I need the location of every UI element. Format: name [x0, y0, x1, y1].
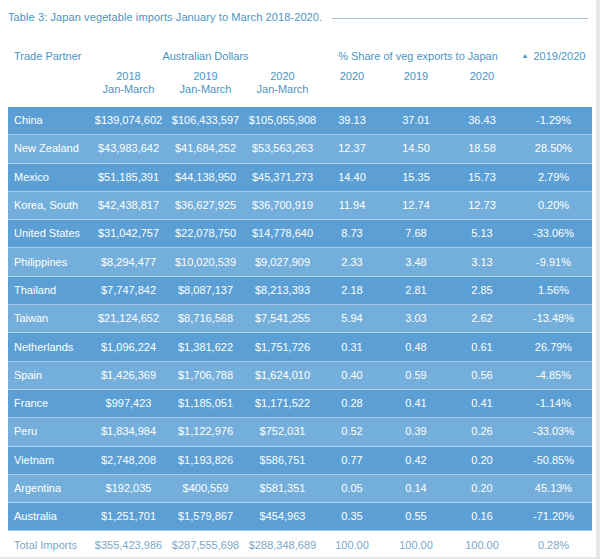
- table-row: Australia $1,251,701 $1,579,867 $454,963…: [8, 503, 592, 531]
- year-label: 2019: [167, 70, 244, 83]
- cell-aud-2019: $1,193,826: [167, 454, 244, 467]
- cell-aud-2020: $454,963: [244, 510, 321, 523]
- cell-trade-partner: Taiwan: [8, 312, 90, 325]
- cell-aud-2018: $8,294,477: [90, 256, 167, 269]
- cell-aud-2019: $1,579,867: [167, 510, 244, 523]
- col-header-aud-2020: 2020 Jan-March: [244, 70, 321, 96]
- cell-aud-2018: $192,035: [90, 482, 167, 495]
- cell-change-2019-2020: -33.03%: [515, 425, 592, 438]
- cell-share-2020: 0.28: [321, 397, 383, 410]
- period-label: Jan-March: [244, 83, 321, 96]
- cell-aud-2019: $44,138,950: [167, 171, 244, 184]
- cell-change-2019-2020: 1.56%: [515, 284, 592, 297]
- cell-share-2020: 8.73: [321, 227, 383, 240]
- cell-aud-2020: $14,778,640: [244, 227, 321, 240]
- cell-share-2020: 11.94: [321, 199, 383, 212]
- cell-aud-2020: $9,027,909: [244, 256, 321, 269]
- cell-share-2019: 0.55: [383, 510, 449, 523]
- cell-aud-2019: $400,559: [167, 482, 244, 495]
- cell-aud-2020: $7,541,255: [244, 312, 321, 325]
- cell-trade-partner: Peru: [8, 425, 90, 438]
- cell-share-2020: 100.00: [321, 539, 383, 552]
- cell-aud-2020: $1,171,522: [244, 397, 321, 410]
- cell-share-2020: 2.18: [321, 284, 383, 297]
- cell-trade-partner: Vietnam: [8, 454, 90, 467]
- col-header-aud-2018: 2018 Jan-March: [90, 70, 167, 96]
- cell-share-2020b: 2.62: [449, 312, 515, 325]
- cell-trade-partner: Total Imports: [8, 539, 90, 552]
- cell-share-2020: 0.52: [321, 425, 383, 438]
- table-row: Spain $1,426,369 $1,706,788 $1,624,010 0…: [8, 362, 592, 390]
- change-column-label: 2019/2020: [533, 50, 585, 63]
- table-title-bar: Table 3: Japan vegetable imports January…: [0, 0, 596, 24]
- cell-change-2019-2020: 28.50%: [515, 142, 592, 155]
- cell-share-2020: 0.77: [321, 454, 383, 467]
- cell-aud-2020: $36,700,919: [244, 199, 321, 212]
- cell-change-2019-2020: -1.14%: [515, 397, 592, 410]
- table-row: France $997,423 $1,185,051 $1,171,522 0.…: [8, 390, 592, 418]
- cell-aud-2019: $287,555,698: [167, 539, 244, 552]
- cell-share-2019: 15.35: [383, 171, 449, 184]
- col-header-share-2020b: 2020: [449, 70, 515, 83]
- cell-aud-2020: $586,751: [244, 454, 321, 467]
- table-row: Mexico $51,185,391 $44,138,950 $45,371,2…: [8, 164, 592, 192]
- cell-change-2019-2020: 45.13%: [515, 482, 592, 495]
- col-header-aud-2019: 2019 Jan-March: [167, 70, 244, 96]
- cell-share-2020b: 12.73: [449, 199, 515, 212]
- cell-trade-partner: Thailand: [8, 284, 90, 297]
- cell-share-2020: 39.13: [321, 114, 383, 127]
- year-label: 2020: [244, 70, 321, 83]
- cell-share-2020: 0.35: [321, 510, 383, 523]
- cell-trade-partner: Australia: [8, 510, 90, 523]
- cell-aud-2020: $8,213,393: [244, 284, 321, 297]
- cell-share-2019: 3.03: [383, 312, 449, 325]
- cell-trade-partner: Argentina: [8, 482, 90, 495]
- cell-share-2020b: 0.20: [449, 482, 515, 495]
- cell-aud-2020: $288,348,689: [244, 539, 321, 552]
- cell-share-2019: 7.68: [383, 227, 449, 240]
- cell-aud-2019: $22,078,750: [167, 227, 244, 240]
- table-row: Taiwan $21,124,652 $8,716,568 $7,541,255…: [8, 305, 592, 333]
- cell-aud-2019: $1,185,051: [167, 397, 244, 410]
- cell-share-2020b: 0.41: [449, 397, 515, 410]
- table-row: China $139,074,602 $106,433,597 $105,055…: [8, 107, 592, 135]
- cell-share-2019: 3.48: [383, 256, 449, 269]
- table-title: Table 3: Japan vegetable imports January…: [8, 11, 322, 24]
- cell-aud-2020: $752,031: [244, 425, 321, 438]
- cell-aud-2018: $51,185,391: [90, 171, 167, 184]
- cell-trade-partner: Mexico: [8, 171, 90, 184]
- cell-share-2020: 0.40: [321, 369, 383, 382]
- cell-share-2020b: 0.16: [449, 510, 515, 523]
- cell-change-2019-2020: -1.29%: [515, 114, 592, 127]
- cell-share-2020b: 18.58: [449, 142, 515, 155]
- cell-aud-2020: $1,751,726: [244, 341, 321, 354]
- cell-share-2020: 14.40: [321, 171, 383, 184]
- col-header-share-2019: 2019: [383, 70, 449, 83]
- table-row: Thailand $7,747,842 $8,087,137 $8,213,39…: [8, 277, 592, 305]
- cell-aud-2020: $581,351: [244, 482, 321, 495]
- cell-share-2020b: 100.00: [449, 539, 515, 552]
- cell-share-2020b: 36.43: [449, 114, 515, 127]
- cell-aud-2020: $45,371,273: [244, 171, 321, 184]
- cell-aud-2018: $1,251,701: [90, 510, 167, 523]
- cell-share-2019: 2.81: [383, 284, 449, 297]
- cell-aud-2019: $106,433,597: [167, 114, 244, 127]
- cell-aud-2018: $997,423: [90, 397, 167, 410]
- cell-change-2019-2020: -9.91%: [515, 256, 592, 269]
- cell-share-2020: 5.94: [321, 312, 383, 325]
- cell-aud-2018: $355,423,986: [90, 539, 167, 552]
- col-header-change-sort[interactable]: ▲ 2019/2020: [515, 50, 592, 63]
- cell-share-2019: 0.39: [383, 425, 449, 438]
- cell-share-2019: 0.48: [383, 341, 449, 354]
- title-rule: [332, 18, 588, 19]
- table-row: Korea, South $42,438,817 $36,627,925 $36…: [8, 192, 592, 220]
- cell-change-2019-2020: 26.79%: [515, 341, 592, 354]
- cell-aud-2019: $10,020,539: [167, 256, 244, 269]
- col-header-share-2020a: 2020: [321, 70, 383, 83]
- cell-change-2019-2020: -13.48%: [515, 312, 592, 325]
- cell-trade-partner: Philippines: [8, 256, 90, 269]
- table-row: Argentina $192,035 $400,559 $581,351 0.0…: [8, 475, 592, 503]
- cell-aud-2019: $1,381,622: [167, 341, 244, 354]
- cell-aud-2018: $42,438,817: [90, 199, 167, 212]
- cell-aud-2020: $53,563,263: [244, 142, 321, 155]
